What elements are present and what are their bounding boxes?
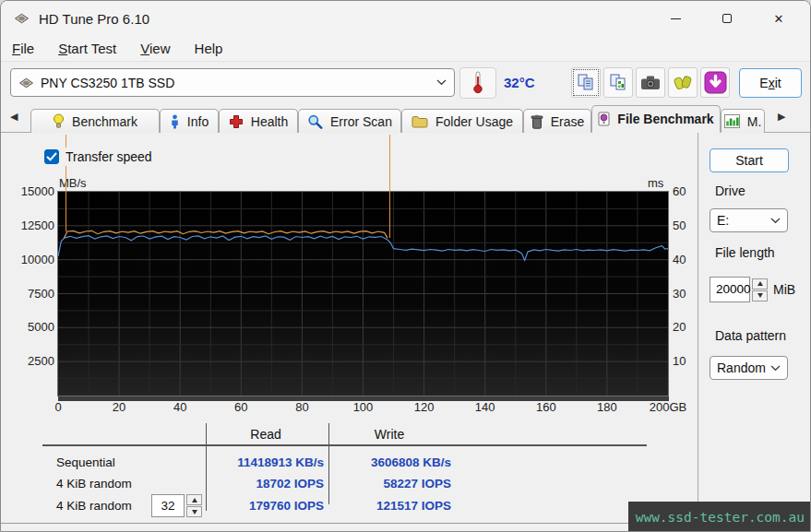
copy-icon: [576, 73, 596, 93]
benchmark-controls: Start Drive E: File length 20000 MiB Dat…: [698, 133, 810, 531]
result-row-label: Sequential: [56, 455, 115, 469]
menu-view[interactable]: View: [140, 41, 170, 56]
drive-label: Drive: [715, 183, 745, 198]
table-header-rule: [42, 444, 647, 446]
tab-info[interactable]: Info: [160, 109, 219, 133]
menu-start-test[interactable]: Start Test: [58, 41, 116, 56]
tab-error-scan[interactable]: Error Scan: [298, 109, 401, 133]
tab-label: Erase: [551, 114, 585, 129]
drive-dropdown-value: E:: [717, 213, 767, 228]
menu-help[interactable]: Help: [195, 41, 223, 56]
tab-m-[interactable]: M.: [721, 109, 765, 133]
result-write-value: 121517 IOPS: [330, 499, 451, 513]
x-axis-tick: 100: [334, 400, 393, 414]
left-axis-tick: 5000: [10, 320, 54, 334]
tab-file-benchmark[interactable]: File Benchmark: [591, 105, 721, 133]
file-length-label: File length: [715, 245, 775, 260]
table-column-divider: [206, 423, 207, 511]
info-icon: [170, 114, 180, 129]
menu-bar: FileStart TestViewHelp: [1, 36, 810, 62]
drive-selector-value: PNY CS3250 1TB SSD: [41, 76, 433, 90]
save-download-icon: [704, 71, 727, 94]
maximize-button[interactable]: [701, 1, 753, 36]
toolbar-buttons: [571, 67, 730, 98]
menu-file[interactable]: File: [12, 41, 34, 56]
result-write-value: 58227 IOPS: [330, 477, 451, 491]
window-controls: ✕: [650, 1, 805, 36]
tab-label: Health: [251, 114, 288, 129]
up-arrow-icon: [757, 281, 763, 286]
copy-image-button[interactable]: [603, 67, 633, 98]
tab-erase[interactable]: Erase: [523, 109, 591, 133]
tab-label: File Benchmark: [617, 112, 713, 126]
queue-depth-up-button[interactable]: [186, 494, 202, 505]
checkbox-checked-icon: [44, 149, 59, 164]
left-axis-tick: 7500: [10, 287, 54, 301]
copy-image-icon: [608, 73, 628, 93]
screenshot-button[interactable]: [636, 67, 665, 98]
disk-icon: [18, 77, 34, 89]
tab-scroll-right-button[interactable]: ▶: [778, 112, 785, 122]
x-axis-tick: 60: [211, 400, 270, 414]
queue-depth-down-button[interactable]: [186, 506, 202, 517]
bulb-icon: [53, 113, 65, 129]
watermark: www.ssd-tester.com.au: [628, 502, 811, 532]
tab-label: Benchmark: [72, 114, 137, 129]
file-length-unit: MiB: [773, 282, 795, 297]
tab-benchmark[interactable]: Benchmark: [30, 109, 160, 133]
temperature-button[interactable]: [459, 67, 496, 99]
data-pattern-value: Random: [717, 361, 767, 375]
result-row-label: 4 KiB random: [56, 477, 132, 491]
transfer-speed-checkbox[interactable]: Transfer speed: [44, 148, 158, 166]
tab-label: M.: [747, 114, 762, 129]
right-axis-unit: ms: [648, 176, 663, 190]
result-read-value: 11418913 KB/s: [208, 455, 324, 469]
tab-folder-usage[interactable]: Folder Usage: [401, 109, 523, 133]
down-arrow-icon: [757, 293, 763, 298]
left-axis-tick: 10000: [10, 253, 54, 266]
queue-depth-stepper[interactable]: 32: [151, 494, 202, 517]
x-axis-tick: 200GB: [638, 400, 698, 414]
app-window: HD Tune Pro 6.10 ✕ FileStart TestViewHel…: [0, 0, 811, 532]
drive-dropdown[interactable]: E:: [710, 208, 788, 232]
table-column-divider: [328, 423, 329, 504]
results-table: ReadWriteSequential11418913 KB/s3606808 …: [1, 420, 698, 524]
exit-button[interactable]: Exit: [739, 68, 802, 98]
health-icon: [229, 114, 244, 129]
result-read-value: 179760 IOPS: [208, 499, 324, 513]
left-axis-tick: 12500: [10, 219, 54, 232]
test-marker-line: [389, 135, 390, 238]
file-length-down-button[interactable]: [752, 290, 768, 301]
tab-health[interactable]: Health: [219, 109, 298, 133]
start-button[interactable]: Start: [710, 148, 789, 172]
tab-scroll-left-button[interactable]: ◀: [10, 112, 18, 122]
toolbar: PNY CS3250 1TB SSD 32°C Exit: [1, 63, 810, 105]
drive-selector[interactable]: PNY CS3250 1TB SSD: [10, 68, 455, 97]
export-button[interactable]: [668, 67, 698, 98]
minimize-button[interactable]: [650, 1, 701, 36]
down-arrow-icon: [192, 510, 197, 514]
folder-icon: [411, 115, 428, 128]
data-pattern-dropdown[interactable]: Random: [710, 356, 788, 380]
copy-button[interactable]: [571, 67, 601, 98]
x-axis-tick: 160: [517, 400, 576, 414]
app-icon: [14, 12, 30, 25]
file-benchmark-panel: Transfer speed MB/s ms 15000125001000075…: [1, 133, 810, 531]
file-length-input[interactable]: 20000: [710, 277, 750, 302]
search-icon: [307, 114, 323, 129]
x-axis-tick: 180: [578, 400, 637, 414]
maximize-icon: [722, 14, 732, 23]
queue-depth-input[interactable]: 32: [151, 494, 185, 517]
tab-label: Folder Usage: [435, 114, 513, 129]
left-axis-tick: 2500: [10, 354, 54, 368]
export-icon: [673, 74, 694, 92]
result-row-label: 4 KiB random: [56, 499, 132, 513]
thermometer-icon: [471, 70, 484, 97]
save-download-button[interactable]: [700, 67, 730, 98]
file-length-up-button[interactable]: [752, 278, 768, 290]
close-button[interactable]: ✕: [753, 1, 805, 36]
title-bar: HD Tune Pro 6.10 ✕: [1, 1, 810, 36]
chevron-down-icon: [436, 79, 447, 86]
screenshot-icon: [640, 75, 661, 90]
right-axis-tick: 60: [673, 184, 686, 198]
